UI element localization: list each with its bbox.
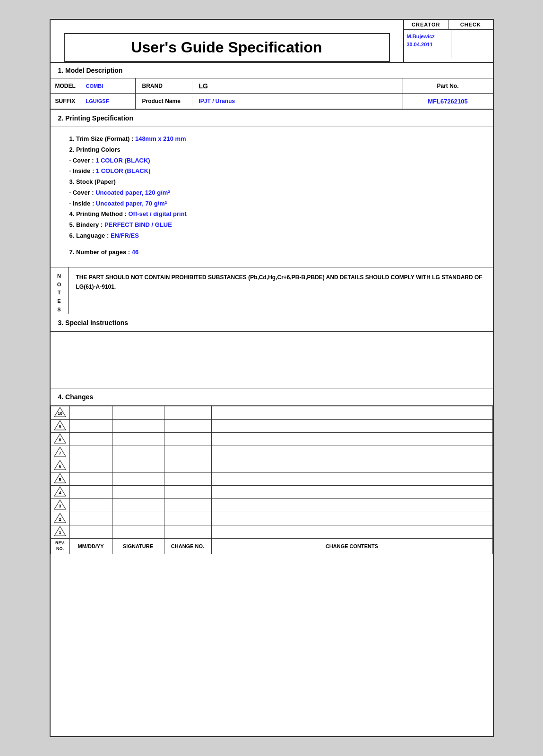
table-row: 6 <box>51 459 492 472</box>
changes-table: 10 9 8 <box>51 406 493 554</box>
table-row: 7 <box>51 446 492 459</box>
document-page: User's Guide Specification CREATOR CHECK… <box>50 19 494 737</box>
table-row: 2 <box>51 512 492 525</box>
rev-indicator-6: 6 <box>54 460 66 470</box>
title-box: User's Guide Specification <box>64 33 390 62</box>
check-label: CHECK <box>448 20 493 29</box>
rev-indicator-1: 1 <box>54 526 66 536</box>
spec-line-2: 2. Printing Colors <box>69 145 474 155</box>
rev-no-header: REV.NO. <box>51 539 69 554</box>
model-label: MODEL <box>51 81 81 91</box>
section1-title: 1. Model Description <box>51 63 493 78</box>
part-no-label: Part No. <box>403 78 493 94</box>
change-no-header: CHANGE NO. <box>164 539 211 554</box>
product-name-label: Product Name <box>136 96 192 106</box>
spec-line-10: 6. Language : EN/FR/ES <box>69 231 474 241</box>
section3-title: 3. Special Instructions <box>51 314 493 332</box>
document-title: User's Guide Specification <box>131 39 322 56</box>
spec-line-5: 3. Stock (Paper) <box>69 177 474 188</box>
section3-content <box>51 332 493 388</box>
table-row: 10 <box>51 406 492 420</box>
notes-content: THE PART SHOULD NOT CONTAIN PROHIBITED S… <box>69 267 493 314</box>
creator-check-header: CREATOR CHECK <box>404 20 493 30</box>
table-row: 4 <box>51 486 492 499</box>
signature-header: SIGNATURE <box>112 539 164 554</box>
rev-indicator-5: 5 <box>54 473 66 483</box>
creator-label: CREATOR <box>404 20 449 29</box>
suffix-label: SUFFIX <box>51 96 81 106</box>
section4-title: 4. Changes <box>51 388 493 406</box>
creator-check-box: CREATOR CHECK M.Bujewicz 30.04.2011 <box>403 20 493 62</box>
check-value <box>451 30 493 58</box>
suffix-value: LGU/GSF <box>81 96 114 106</box>
model-table: MODEL COMBI SUFFIX LGU/GSF BRAND LG Prod… <box>51 78 493 109</box>
change-contents-header: CHANGE CONTENTS <box>211 539 492 554</box>
model-value: COMBI <box>81 81 108 91</box>
notes-row: NOTES THE PART SHOULD NOT CONTAIN PROHIB… <box>51 267 493 314</box>
changes-footer-row: REV.NO. MM/DD/YY SIGNATURE CHANGE NO. CH… <box>51 539 492 554</box>
rev-indicator-7: 7 <box>54 447 66 457</box>
rev-indicator-2: 2 <box>54 513 66 523</box>
spec-line-1: 1. Trim Size (Format) : 148mm x 210 mm <box>69 134 474 145</box>
section2-title: 2. Printing Specification <box>51 109 493 127</box>
rev-indicator-3: 3 <box>54 499 66 510</box>
rev-indicator-4: 4 <box>54 486 66 497</box>
spec-line-4: · Inside : 1 COLOR (BLACK) <box>69 166 474 177</box>
brand-value: LG <box>192 80 215 92</box>
document-header: User's Guide Specification CREATOR CHECK… <box>51 20 493 63</box>
part-no-value: MFL67262105 <box>403 94 493 109</box>
spec-line-3: · Cover : 1 COLOR (BLACK) <box>69 155 474 166</box>
product-name-value: IPJT / Uranus <box>192 96 242 106</box>
rev-indicator-10: 10 <box>54 407 66 417</box>
notes-label: NOTES <box>51 267 69 314</box>
spec-line-11: 7. Number of pages : 46 <box>69 247 474 258</box>
creator-value: M.Bujewicz 30.04.2011 <box>404 30 452 58</box>
spec-line-7: · Inside : Uncoated paper, 70 g/m² <box>69 198 474 209</box>
table-row: 5 <box>51 472 492 486</box>
rev-indicator-9: 9 <box>54 420 66 430</box>
brand-label: BRAND <box>136 81 192 91</box>
spec-line-9: 5. Bindery : PERFECT BIND / GLUE <box>69 220 474 231</box>
spec-line-6: · Cover : Uncoated paper, 120 g/m² <box>69 188 474 198</box>
mmddyy-header: MM/DD/YY <box>69 539 112 554</box>
table-row: 8 <box>51 433 492 446</box>
table-row: 3 <box>51 499 492 512</box>
rev-indicator-8: 8 <box>54 433 66 444</box>
table-row: 9 <box>51 420 492 433</box>
spec-line-8: 4. Printing Method : Off-set / digital p… <box>69 209 474 220</box>
table-row: 1 <box>51 525 492 539</box>
section2-content: 1. Trim Size (Format) : 148mm x 210 mm 2… <box>51 127 493 267</box>
